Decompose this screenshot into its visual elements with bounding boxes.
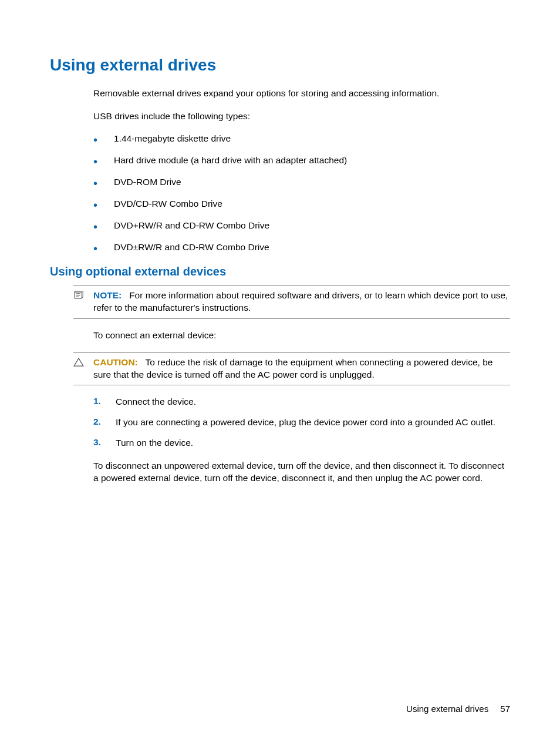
caution-label: CAUTION: <box>93 357 138 367</box>
caution-callout: CAUTION: To reduce the risk of damage to… <box>73 352 510 386</box>
list-item: • DVD-ROM Drive <box>93 177 510 189</box>
bullet-icon: • <box>93 134 97 146</box>
list-item: • DVD/CD-RW Combo Drive <box>93 199 510 211</box>
list-item-text: DVD-ROM Drive <box>114 177 510 187</box>
steps-list: 1. Connect the device. 2. If you are con… <box>93 396 510 449</box>
usb-drives-list: • 1.44-megabyte diskette drive • Hard dr… <box>93 133 510 254</box>
footer-page-number: 57 <box>500 704 510 714</box>
list-item-text: DVD+RW/R and CD-RW Combo Drive <box>114 220 510 231</box>
bullet-icon: • <box>93 156 97 167</box>
step-number: 1. <box>93 396 116 406</box>
caution-icon <box>73 358 85 369</box>
bullet-icon: • <box>93 221 97 233</box>
connect-intro: To connect an external device: <box>93 330 510 342</box>
section-heading: Using optional external devices <box>50 265 510 278</box>
step-item: 2. If you are connecting a powered devic… <box>93 416 510 429</box>
footer-section-title: Using external drives <box>406 704 488 714</box>
step-text: Connect the device. <box>116 396 510 408</box>
list-item-text: DVD/CD-RW Combo Drive <box>114 199 510 209</box>
note-callout: NOTE: For more information about require… <box>73 285 510 319</box>
list-item-text: 1.44-megabyte diskette drive <box>114 133 510 144</box>
page-heading: Using external drives <box>50 56 510 75</box>
caution-body: CAUTION: To reduce the risk of damage to… <box>93 357 510 381</box>
disconnect-paragraph: To disconnect an unpowered external devi… <box>93 460 510 485</box>
list-item: • Hard drive module (a hard drive with a… <box>93 155 510 167</box>
step-item: 3. Turn on the device. <box>93 437 510 449</box>
step-number: 2. <box>93 416 116 427</box>
step-number: 3. <box>93 437 116 448</box>
list-item: • DVD+RW/R and CD-RW Combo Drive <box>93 220 510 233</box>
bullet-icon: • <box>93 177 97 189</box>
list-item-text: DVD±RW/R and CD-RW Combo Drive <box>114 242 510 253</box>
step-text: If you are connecting a powered device, … <box>116 416 510 429</box>
list-item: • 1.44-megabyte diskette drive <box>93 133 510 146</box>
list-item: • DVD±RW/R and CD-RW Combo Drive <box>93 242 510 254</box>
list-item-text: Hard drive module (a hard drive with an … <box>114 155 510 166</box>
page-footer: Using external drives 57 <box>406 704 510 714</box>
step-item: 1. Connect the device. <box>93 396 510 408</box>
intro-paragraph-2: USB drives include the following types: <box>93 110 510 123</box>
note-label: NOTE: <box>93 290 122 300</box>
caution-text: To reduce the risk of damage to the equi… <box>93 357 492 379</box>
intro-paragraph-1: Removable external drives expand your op… <box>93 88 510 100</box>
bullet-icon: • <box>93 199 97 211</box>
note-body: NOTE: For more information about require… <box>93 290 510 314</box>
note-text: For more information about required soft… <box>93 290 508 312</box>
note-icon <box>73 291 85 302</box>
step-text: Turn on the device. <box>116 437 510 449</box>
bullet-icon: • <box>93 243 97 254</box>
